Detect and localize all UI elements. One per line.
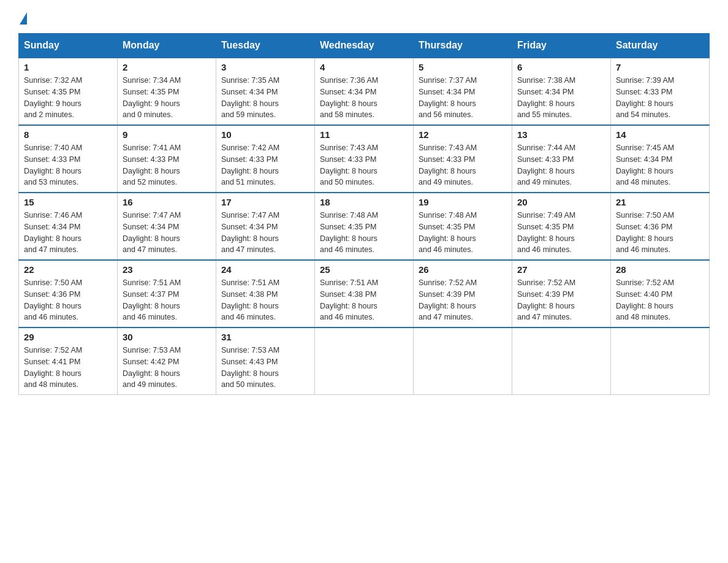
day-number: 16 [123,197,211,207]
day-number: 18 [320,197,408,207]
col-header-friday: Friday [512,34,611,58]
day-info: Sunrise: 7:45 AM Sunset: 4:34 PM Dayligh… [616,142,704,188]
day-info: Sunrise: 7:47 AM Sunset: 4:34 PM Dayligh… [221,210,309,256]
day-number: 17 [221,197,309,207]
day-info: Sunrise: 7:41 AM Sunset: 4:33 PM Dayligh… [123,142,211,188]
day-number: 24 [221,264,309,275]
day-number: 26 [419,264,507,275]
day-cell: 22 Sunrise: 7:50 AM Sunset: 4:36 PM Dayl… [19,260,118,327]
week-row-1: 1 Sunrise: 7:32 AM Sunset: 4:35 PM Dayli… [19,58,710,125]
day-cell: 3 Sunrise: 7:35 AM Sunset: 4:34 PM Dayli… [216,58,315,125]
day-info: Sunrise: 7:51 AM Sunset: 4:38 PM Dayligh… [320,277,408,323]
day-info: Sunrise: 7:43 AM Sunset: 4:33 PM Dayligh… [419,142,507,188]
day-number: 11 [320,129,408,140]
day-cell [315,327,414,395]
day-cell: 5 Sunrise: 7:37 AM Sunset: 4:34 PM Dayli… [414,58,512,125]
day-cell: 14 Sunrise: 7:45 AM Sunset: 4:34 PM Dayl… [611,125,710,193]
day-cell [414,327,512,395]
day-cell: 11 Sunrise: 7:43 AM Sunset: 4:33 PM Dayl… [315,125,414,193]
header-row: SundayMondayTuesdayWednesdayThursdayFrid… [19,34,710,58]
day-number: 10 [221,129,309,140]
day-info: Sunrise: 7:52 AM Sunset: 4:40 PM Dayligh… [616,277,704,323]
day-cell: 21 Sunrise: 7:50 AM Sunset: 4:36 PM Dayl… [611,193,710,260]
day-cell: 8 Sunrise: 7:40 AM Sunset: 4:33 PM Dayli… [19,125,118,193]
week-row-2: 8 Sunrise: 7:40 AM Sunset: 4:33 PM Dayli… [19,125,710,193]
calendar-table: SundayMondayTuesdayWednesdayThursdayFrid… [18,33,710,395]
day-cell: 6 Sunrise: 7:38 AM Sunset: 4:34 PM Dayli… [512,58,611,125]
day-cell: 9 Sunrise: 7:41 AM Sunset: 4:33 PM Dayli… [118,125,216,193]
col-header-wednesday: Wednesday [315,34,414,58]
day-number: 28 [616,264,704,275]
day-number: 13 [517,129,605,140]
day-info: Sunrise: 7:35 AM Sunset: 4:34 PM Dayligh… [221,75,309,121]
day-number: 14 [616,129,704,140]
day-info: Sunrise: 7:51 AM Sunset: 4:38 PM Dayligh… [221,277,309,323]
day-number: 6 [517,62,605,72]
logo-triangle-icon [20,12,27,25]
week-row-4: 22 Sunrise: 7:50 AM Sunset: 4:36 PM Dayl… [19,260,710,327]
day-info: Sunrise: 7:50 AM Sunset: 4:36 PM Dayligh… [616,210,704,256]
day-number: 31 [221,332,309,342]
day-number: 30 [123,332,211,342]
day-cell [611,327,710,395]
day-cell: 7 Sunrise: 7:39 AM Sunset: 4:33 PM Dayli… [611,58,710,125]
day-number: 21 [616,197,704,207]
col-header-thursday: Thursday [414,34,512,58]
day-number: 2 [123,62,211,72]
day-number: 5 [419,62,507,72]
day-number: 29 [24,332,112,342]
day-number: 4 [320,62,408,72]
day-cell: 27 Sunrise: 7:52 AM Sunset: 4:39 PM Dayl… [512,260,611,327]
day-info: Sunrise: 7:46 AM Sunset: 4:34 PM Dayligh… [24,210,112,256]
day-number: 3 [221,62,309,72]
day-info: Sunrise: 7:47 AM Sunset: 4:34 PM Dayligh… [123,210,211,256]
day-cell: 26 Sunrise: 7:52 AM Sunset: 4:39 PM Dayl… [414,260,512,327]
day-cell: 23 Sunrise: 7:51 AM Sunset: 4:37 PM Dayl… [118,260,216,327]
day-info: Sunrise: 7:34 AM Sunset: 4:35 PM Dayligh… [123,75,211,121]
col-header-tuesday: Tuesday [216,34,315,58]
day-info: Sunrise: 7:36 AM Sunset: 4:34 PM Dayligh… [320,75,408,121]
day-cell: 25 Sunrise: 7:51 AM Sunset: 4:38 PM Dayl… [315,260,414,327]
day-info: Sunrise: 7:52 AM Sunset: 4:39 PM Dayligh… [517,277,605,323]
day-number: 12 [419,129,507,140]
day-info: Sunrise: 7:39 AM Sunset: 4:33 PM Dayligh… [616,75,704,121]
day-info: Sunrise: 7:37 AM Sunset: 4:34 PM Dayligh… [419,75,507,121]
day-cell: 10 Sunrise: 7:42 AM Sunset: 4:33 PM Dayl… [216,125,315,193]
day-number: 19 [419,197,507,207]
col-header-saturday: Saturday [611,34,710,58]
day-info: Sunrise: 7:50 AM Sunset: 4:36 PM Dayligh… [24,277,112,323]
day-number: 7 [616,62,704,72]
day-cell [512,327,611,395]
day-cell: 12 Sunrise: 7:43 AM Sunset: 4:33 PM Dayl… [414,125,512,193]
week-row-5: 29 Sunrise: 7:52 AM Sunset: 4:41 PM Dayl… [19,327,710,395]
day-cell: 29 Sunrise: 7:52 AM Sunset: 4:41 PM Dayl… [19,327,118,395]
col-header-sunday: Sunday [19,34,118,58]
day-number: 25 [320,264,408,275]
day-cell: 16 Sunrise: 7:47 AM Sunset: 4:34 PM Dayl… [118,193,216,260]
day-number: 27 [517,264,605,275]
day-cell: 17 Sunrise: 7:47 AM Sunset: 4:34 PM Dayl… [216,193,315,260]
day-number: 8 [24,129,112,140]
day-number: 15 [24,197,112,207]
day-cell: 4 Sunrise: 7:36 AM Sunset: 4:34 PM Dayli… [315,58,414,125]
day-number: 23 [123,264,211,275]
day-info: Sunrise: 7:53 AM Sunset: 4:42 PM Dayligh… [123,345,211,391]
logo [18,12,27,27]
day-info: Sunrise: 7:52 AM Sunset: 4:41 PM Dayligh… [24,345,112,391]
day-cell: 30 Sunrise: 7:53 AM Sunset: 4:42 PM Dayl… [118,327,216,395]
col-header-monday: Monday [118,34,216,58]
day-info: Sunrise: 7:51 AM Sunset: 4:37 PM Dayligh… [123,277,211,323]
day-cell: 19 Sunrise: 7:48 AM Sunset: 4:35 PM Dayl… [414,193,512,260]
day-info: Sunrise: 7:32 AM Sunset: 4:35 PM Dayligh… [24,75,112,121]
page-header [18,12,710,27]
day-info: Sunrise: 7:53 AM Sunset: 4:43 PM Dayligh… [221,345,309,391]
day-info: Sunrise: 7:48 AM Sunset: 4:35 PM Dayligh… [320,210,408,256]
day-number: 22 [24,264,112,275]
day-cell: 31 Sunrise: 7:53 AM Sunset: 4:43 PM Dayl… [216,327,315,395]
day-info: Sunrise: 7:42 AM Sunset: 4:33 PM Dayligh… [221,142,309,188]
day-info: Sunrise: 7:52 AM Sunset: 4:39 PM Dayligh… [419,277,507,323]
day-cell: 20 Sunrise: 7:49 AM Sunset: 4:35 PM Dayl… [512,193,611,260]
day-cell: 28 Sunrise: 7:52 AM Sunset: 4:40 PM Dayl… [611,260,710,327]
day-info: Sunrise: 7:38 AM Sunset: 4:34 PM Dayligh… [517,75,605,121]
day-cell: 24 Sunrise: 7:51 AM Sunset: 4:38 PM Dayl… [216,260,315,327]
